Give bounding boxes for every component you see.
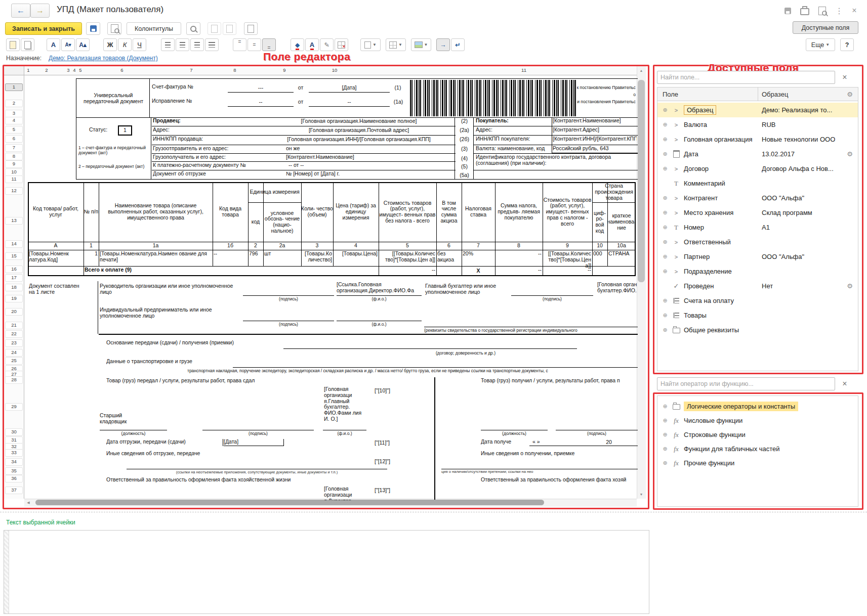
sheet-cell[interactable]: Грузоотправитель и его адрес: [153, 146, 284, 152]
field-row[interactable]: ⊕Товары [657, 308, 858, 323]
expand-plus-icon[interactable]: ⊕ [662, 431, 669, 438]
expand-plus-icon[interactable]: ⊕ [662, 224, 669, 231]
sheet-cell[interactable]: код [248, 202, 263, 242]
column-header-1[interactable]: 1 [21, 67, 35, 73]
find-button[interactable] [186, 22, 200, 35]
row-header-18[interactable]: 18 [5, 284, 23, 291]
function-row[interactable]: ⊕fxФункции для табличных частей [657, 442, 858, 456]
help-button[interactable]: ? [840, 38, 854, 51]
column-header-11[interactable]: 11 [517, 67, 531, 73]
sheet-cell[interactable]: Старший кладовщик [100, 413, 148, 429]
row-header-7[interactable]: 7 [5, 144, 23, 152]
row-header-25[interactable]: 25 [5, 357, 23, 365]
sheet-cell[interactable]: (5) [456, 163, 473, 170]
sheet-cell[interactable]: Ответственный за правильность оформления… [481, 477, 639, 484]
column-header-5[interactable]: 5 [73, 67, 88, 73]
sheet-cell[interactable]: (подпись) [511, 296, 593, 302]
sheet-cell[interactable]: Ответственный за правильность оформления… [106, 477, 369, 484]
sheet-cell[interactable]: циф- ро- вой код [592, 202, 607, 242]
field-row[interactable]: ⊕>ОбразецДемо: Реализация то... [657, 103, 858, 117]
sheet-cell[interactable]: он же [286, 146, 453, 152]
expand-plus-icon[interactable]: ⊕ [662, 417, 669, 424]
row-header-15[interactable]: 15 [5, 252, 23, 260]
sheet-cell[interactable]: (2) [456, 118, 473, 124]
sheet-cell[interactable]: Счет-фактура № [152, 84, 227, 92]
sheet-cell[interactable]: 1 [84, 251, 98, 258]
paste-icon[interactable] [6, 38, 20, 51]
scroll-down-icon[interactable]: ▼ [637, 491, 645, 498]
sheet-cell[interactable]: 2 [248, 242, 263, 249]
sheet-cell[interactable]: 20% [463, 251, 494, 258]
row-header-19[interactable]: 19 [5, 295, 23, 302]
sheet-cell[interactable]: Иные сведения об отгрузке, передаче [106, 451, 283, 458]
picture-dropdown[interactable]: ▼ [411, 38, 431, 51]
row-header-33[interactable]: 33 [5, 449, 23, 457]
kebab-icon[interactable]: ⋮ [833, 5, 845, 16]
sheet-cell[interactable]: Универсальный передаточный документ [78, 82, 148, 115]
column-header-2[interactable]: 2 [39, 67, 54, 73]
sheet-cell[interactable]: Стоимость товаров (работ, услуг), имущес… [379, 182, 436, 242]
expand-plus-icon[interactable]: ⊕ [662, 253, 669, 260]
sheet-cell[interactable]: К платежно-расчетному документу № [153, 162, 286, 169]
sheet-cell[interactable]: А [28, 242, 84, 249]
sheet-cell[interactable]: 6 [436, 242, 462, 249]
row-header-14[interactable]: 14 [5, 240, 23, 248]
sheet-cell[interactable]: [Контрагент.ИНН]/[Контрагент.КПП] [553, 136, 637, 143]
sheet-cell[interactable]: --- [228, 84, 294, 92]
sheet-cell[interactable]: [Контрагент.Адрес] [553, 127, 637, 134]
sheet-cell[interactable]: 4 [333, 242, 379, 249]
expand-plus-icon[interactable]: ⊕ [662, 107, 669, 113]
forward-button[interactable]: → [30, 4, 50, 18]
sheet-cell[interactable]: Статус: [89, 127, 117, 134]
row-header-20[interactable]: 20 [5, 308, 23, 316]
save-icon[interactable] [781, 5, 794, 16]
row-header-2[interactable]: 2 [5, 100, 23, 107]
valign-middle-icon[interactable]: = [247, 38, 261, 51]
sheet-cell[interactable]: [Дата] [224, 439, 283, 446]
sheet-cell[interactable]: Товар (груз) получил / услуги, результат… [481, 378, 638, 385]
sheet-cell[interactable]: Руководитель организации или иное уполно… [100, 283, 244, 298]
sheet-cell[interactable]: [Контрагент.Наименование] [553, 118, 637, 125]
sheet-cell[interactable]: Код товара/ работ, услуг [28, 182, 84, 242]
expand-plus-icon[interactable]: ⊕ [662, 403, 669, 410]
sheet-cell[interactable]: [Головная организаци я.Директор. ФИО.Фам… [324, 486, 366, 500]
field-row[interactable]: ⊕Счета на оплату [657, 293, 858, 308]
sheet-cell[interactable]: Всего к оплате (9) [85, 267, 252, 275]
row-header-10[interactable]: 10 [5, 168, 23, 176]
sheet-cell[interactable]: (договор; доверенность и др.) [354, 350, 577, 356]
sheet-cell[interactable]: [Дата] [309, 84, 390, 92]
row-header-6[interactable]: 6 [5, 135, 23, 143]
align-center-icon[interactable] [176, 38, 189, 51]
sheet-cell[interactable]: [Головная организация.Почтовый адрес] [263, 127, 455, 134]
field-row[interactable]: ⊕>Место храненияСклад программ [657, 205, 858, 220]
font-larger-button[interactable]: А▴ [76, 38, 90, 51]
sheet-cell[interactable]: (ф.и.о.) [337, 322, 422, 327]
field-gear-icon[interactable]: ⚙ [847, 150, 853, 158]
row-header-17[interactable]: 17 [5, 274, 23, 282]
pen-icon[interactable]: ✎ [320, 38, 334, 51]
sheet-cell[interactable]: Адрес: [476, 127, 553, 134]
sheet-cell[interactable]: от [293, 84, 309, 92]
scroll-left-icon[interactable]: ◀ [24, 499, 32, 506]
copy-format-icon[interactable] [208, 22, 221, 35]
sheet-cell[interactable]: (ф.и.о.) [337, 296, 422, 302]
sheet-cell[interactable]: от [293, 98, 309, 106]
italic-button[interactable]: К [118, 38, 132, 51]
sheet-cell[interactable]: ["[12]"] [375, 459, 406, 466]
row-header-21[interactable]: 21 [5, 322, 23, 329]
sheet-cell[interactable]: ["[13]"] [375, 488, 406, 495]
row-header-24[interactable]: 24 [5, 349, 23, 357]
copy-icon[interactable] [21, 38, 34, 51]
row-header-1[interactable]: 1 [5, 83, 23, 91]
sheet-cell[interactable]: 10а [607, 242, 636, 249]
column-header-7[interactable]: 7 [184, 67, 198, 73]
field-row[interactable]: ⊕>Головная организацияНовые технологии О… [657, 132, 858, 147]
align-right-icon[interactable] [190, 38, 204, 51]
row-header-28[interactable]: 28 [5, 376, 23, 384]
sheet-cell[interactable]: Покупатель: [476, 118, 553, 125]
sheet-cell[interactable]: 2 – передаточный документ (акт) [78, 164, 148, 178]
paste-format-icon[interactable] [223, 22, 236, 35]
valign-top-icon[interactable]: = [233, 38, 246, 51]
sheet-cell[interactable]: -- [214, 251, 247, 258]
field-row[interactable]: ⊕>Ответственный [657, 235, 858, 249]
